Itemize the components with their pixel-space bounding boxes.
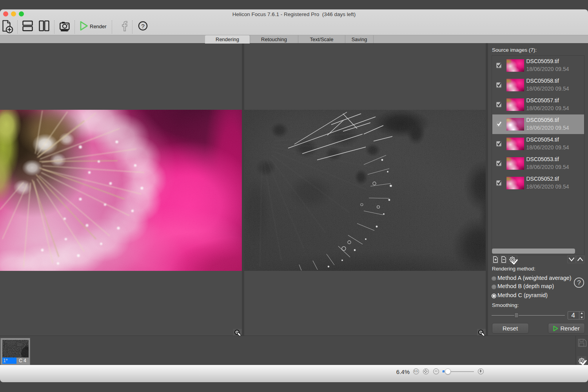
svg-text:?: ? bbox=[577, 279, 581, 287]
svg-text:?: ? bbox=[141, 23, 145, 29]
